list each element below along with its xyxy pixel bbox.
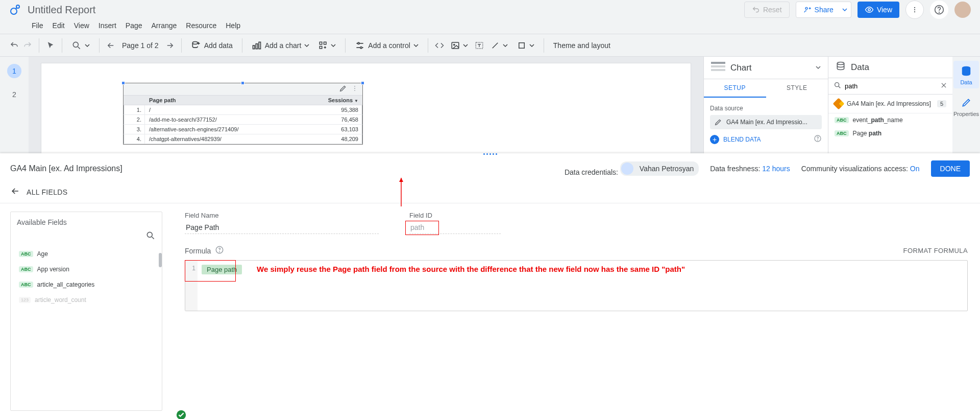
back-arrow-icon[interactable]: [10, 186, 20, 198]
svg-point-3: [805, 7, 807, 9]
data-credentials-chip[interactable]: Vahan Petrosyan: [620, 161, 699, 176]
more-options-button[interactable]: [905, 1, 924, 19]
available-fields-title: Available Fields: [17, 218, 156, 226]
svg-rect-17: [253, 45, 254, 49]
done-button[interactable]: DONE: [931, 160, 970, 177]
field-name-label: Field Name: [185, 212, 379, 219]
editor-source-name: GA4 Main [ex. Ad Impressions]: [10, 164, 122, 173]
svg-rect-20: [320, 42, 323, 44]
table-header-page-path[interactable]: Page path: [145, 96, 316, 105]
svg-point-9: [914, 11, 915, 12]
available-fields-search-icon[interactable]: [145, 230, 156, 242]
svg-point-30: [453, 44, 454, 45]
menu-view[interactable]: View: [74, 21, 89, 30]
page-thumb-1[interactable]: 1: [7, 64, 21, 78]
redo-button[interactable]: [22, 40, 33, 51]
svg-point-41: [818, 140, 818, 141]
reset-button[interactable]: Reset: [744, 2, 790, 18]
available-field-app-version[interactable]: ABCApp version: [17, 262, 156, 277]
ga-icon: [835, 100, 843, 108]
menu-edit[interactable]: Edit: [53, 21, 65, 30]
blend-data-link[interactable]: BLEND DATA: [723, 136, 761, 143]
add-data-button[interactable]: Add data: [188, 38, 236, 53]
menu-help[interactable]: Help: [226, 21, 240, 30]
chart-more-icon[interactable]: [351, 85, 358, 94]
formula-help-icon[interactable]: [215, 245, 224, 256]
clear-search-icon[interactable]: [940, 82, 947, 90]
share-dropdown[interactable]: [839, 2, 851, 18]
svg-point-8: [914, 9, 915, 10]
community-vis-link[interactable]: On: [910, 165, 920, 173]
formula-valid-icon: [176, 409, 187, 419]
svg-point-12: [73, 42, 78, 47]
report-title[interactable]: Untitled Report: [28, 4, 95, 16]
theme-layout-button[interactable]: Theme and layout: [550, 39, 614, 52]
share-button[interactable]: Share: [796, 2, 841, 18]
chart-type-dropdown-icon[interactable]: [816, 64, 821, 72]
menu-insert[interactable]: Insert: [99, 21, 116, 30]
add-control-button[interactable]: Add a control: [352, 38, 422, 53]
data-panel-icon: [836, 61, 846, 74]
available-field-article-categories[interactable]: ABCarticle_all_categories: [17, 277, 156, 292]
data-source-row[interactable]: GA4 Main [ex. Ad Impressions] 5: [828, 95, 952, 113]
image-button[interactable]: [448, 39, 471, 52]
field-page-path[interactable]: ABCPage path: [828, 127, 952, 140]
svg-point-34: [354, 86, 355, 87]
formula-editor[interactable]: 1 Page path We simply reuse the Page pat…: [185, 260, 968, 311]
svg-point-0: [11, 8, 17, 14]
undo-button[interactable]: [9, 40, 19, 51]
next-page-button[interactable]: [165, 40, 175, 51]
table-chart[interactable]: Page path Sessions ▼ 1./95,388 2./add-me…: [123, 83, 363, 145]
data-panel-title: Data: [851, 62, 869, 73]
help-button[interactable]: [930, 1, 948, 19]
page-counter[interactable]: Page 1 of 2: [119, 39, 162, 52]
community-viz-button[interactable]: [315, 39, 339, 52]
table-header-sessions[interactable]: Sessions ▼: [316, 96, 362, 105]
menu-arrange[interactable]: Arrange: [152, 21, 177, 30]
svg-point-28: [360, 46, 362, 48]
blend-help-icon[interactable]: [814, 134, 822, 144]
edit-chart-icon[interactable]: [339, 84, 347, 94]
field-search-input[interactable]: [845, 82, 937, 90]
page-thumb-2[interactable]: 2: [7, 87, 21, 102]
field-event-path-name[interactable]: ABCevent_path_name: [828, 113, 952, 127]
view-button[interactable]: View: [857, 2, 899, 18]
svg-line-44: [839, 86, 840, 88]
field-count-badge: 5: [937, 100, 946, 107]
rail-data[interactable]: Data: [953, 61, 979, 88]
rail-properties[interactable]: Properties: [953, 92, 979, 120]
menu-file[interactable]: File: [32, 21, 43, 30]
tab-style[interactable]: STYLE: [766, 79, 828, 98]
annotation-text: We simply reuse the Page path field from…: [257, 265, 962, 273]
line-button[interactable]: [487, 39, 511, 52]
shape-button[interactable]: [514, 39, 537, 52]
svg-rect-37: [711, 62, 725, 64]
panel-resize-handle[interactable]: [0, 153, 980, 158]
svg-point-43: [835, 83, 839, 87]
formula-chip-page-path[interactable]: Page path: [202, 265, 242, 274]
data-source-chip[interactable]: GA4 Main [ex. Ad Impressio...: [710, 115, 822, 129]
field-name-input[interactable]: [185, 221, 379, 234]
zoom-dropdown[interactable]: [68, 38, 93, 53]
select-tool[interactable]: [45, 40, 56, 51]
field-id-input[interactable]: [409, 221, 501, 234]
available-field-article-word-count[interactable]: 123article_word_count: [17, 292, 156, 308]
url-embed-button[interactable]: [434, 40, 445, 51]
tab-setup[interactable]: SETUP: [704, 79, 766, 98]
search-icon: [834, 81, 842, 91]
menu-page[interactable]: Page: [126, 21, 142, 30]
svg-rect-21: [324, 42, 327, 44]
blend-add-icon[interactable]: +: [710, 135, 719, 144]
format-formula-button[interactable]: FORMAT FORMULA: [903, 247, 968, 254]
svg-point-11: [939, 12, 940, 13]
field-id-label: Field ID: [409, 212, 501, 219]
add-chart-button[interactable]: Add a chart: [249, 38, 313, 53]
available-field-age[interactable]: ABCAge: [17, 246, 156, 262]
chart-type-icon[interactable]: [711, 61, 725, 75]
svg-line-32: [493, 42, 498, 48]
prev-page-button[interactable]: [106, 40, 116, 51]
text-button[interactable]: [474, 40, 484, 51]
data-freshness-link[interactable]: 12 hours: [762, 165, 790, 173]
menu-resource[interactable]: Resource: [186, 21, 216, 30]
user-avatar[interactable]: [954, 2, 971, 18]
